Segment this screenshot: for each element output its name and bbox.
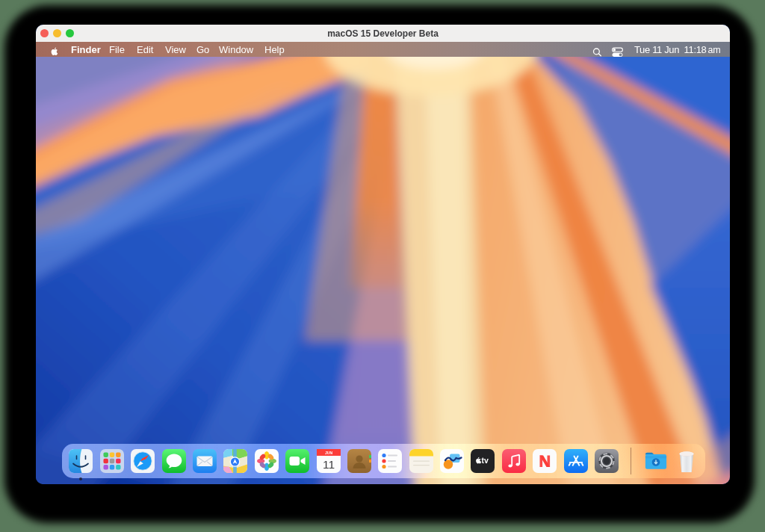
svg-text:tv: tv xyxy=(482,456,489,465)
svg-text:11: 11 xyxy=(322,458,334,471)
svg-text:JUN: JUN xyxy=(325,451,332,455)
